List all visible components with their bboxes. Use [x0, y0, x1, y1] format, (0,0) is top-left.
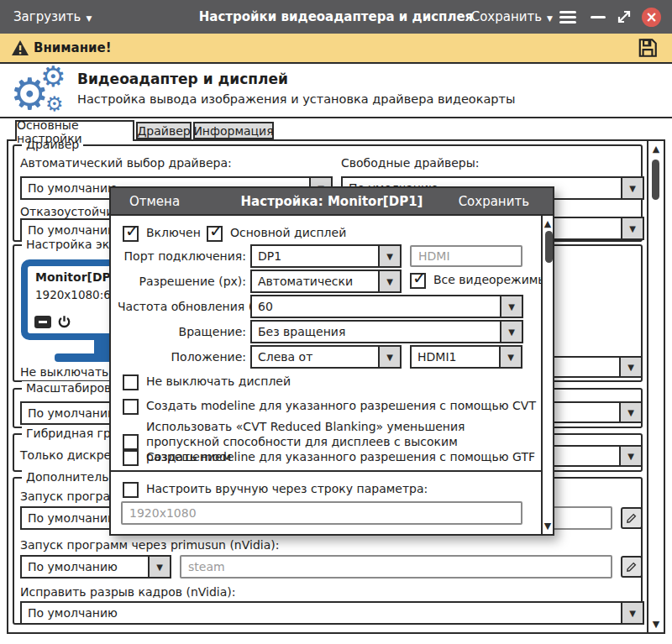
cvt-checkbox-row[interactable]: Создать modeline для указанного разрешен… — [123, 398, 536, 415]
caret-down-icon — [499, 347, 521, 367]
scroll-down-icon[interactable] — [648, 619, 664, 630]
save-menu-label: Сохранить — [471, 9, 542, 24]
manual-param-input[interactable] — [121, 501, 522, 525]
run2-value: По умолчанию — [22, 560, 148, 573]
port-select[interactable]: DP1 — [250, 244, 402, 268]
all-modes-label: Все видеорежимы — [433, 272, 547, 287]
run2-select[interactable]: По умолчанию — [20, 555, 171, 579]
run2-label: Запуск программ через primusun (nVidia): — [20, 538, 279, 552]
page-title: Видеоадаптер и дисплей — [77, 71, 288, 87]
caret-down-icon — [621, 603, 643, 623]
caret-down-icon — [378, 271, 400, 291]
tab-driver[interactable]: Драйвер — [136, 122, 192, 139]
caret-down-icon — [148, 557, 170, 577]
position-value: Слева от — [252, 350, 378, 364]
save-button[interactable]: Сохранить — [459, 188, 529, 214]
cancel-button[interactable]: Отмена — [129, 188, 180, 214]
scrollbar-thumb[interactable] — [545, 231, 553, 263]
chevron-down-icon — [547, 9, 553, 24]
scroll-up-icon[interactable] — [543, 218, 553, 229]
maximize-icon[interactable] — [616, 8, 633, 25]
all-modes-checkbox[interactable] — [410, 273, 426, 289]
power-icon[interactable] — [57, 315, 71, 329]
caret-down-icon — [621, 178, 643, 198]
position-select[interactable]: Слева от — [250, 345, 402, 369]
warning-triangle-icon — [11, 39, 29, 56]
dialog-header: Отмена Настройка: Monitor[DP1] Сохранить — [111, 188, 553, 216]
tab-main-settings[interactable]: Основные настройки — [15, 120, 134, 141]
save-file-icon[interactable] — [637, 37, 659, 59]
port-label: Порт подключения: — [118, 249, 246, 263]
no-blank-checkbox[interactable] — [123, 374, 139, 390]
primary-display-label: Основной дисплей — [230, 225, 346, 240]
enabled-checkbox[interactable] — [123, 226, 139, 242]
titlebar: Загрузить Настройки видеоадаптера и дисп… — [0, 0, 672, 34]
vsync-value: По умолчанию — [22, 606, 621, 620]
pencil-icon — [626, 512, 638, 524]
manual-checkbox-row[interactable]: Настроить вручную через строку параметра… — [123, 481, 428, 498]
cvt-label: Создать modeline для указанного разрешен… — [146, 398, 536, 413]
caret-down-icon — [378, 347, 400, 367]
tab-label: Информация — [193, 124, 273, 138]
scroll-up-icon[interactable] — [648, 144, 664, 154]
free-drivers-label: Свободные драйверы: — [341, 156, 480, 170]
enabled-label: Включен — [146, 225, 201, 240]
manual-label: Настроить вручную через строку параметра… — [146, 481, 428, 496]
edit-button[interactable] — [621, 556, 643, 578]
pencil-icon — [626, 561, 638, 573]
no-blank-checkbox-row[interactable]: Не выключать дисплей — [123, 374, 291, 390]
resolution-value: Автоматически — [252, 275, 378, 288]
enabled-checkbox-row[interactable]: Включен — [123, 225, 201, 242]
cvt-rb-checkbox[interactable] — [123, 434, 139, 450]
edit-button[interactable] — [621, 507, 643, 529]
primary-display-checkbox[interactable] — [207, 226, 223, 242]
caret-down-icon — [500, 296, 522, 317]
minimize-icon[interactable] — [591, 16, 606, 18]
gears-logo — [10, 67, 76, 118]
refresh-rate-select[interactable]: 60 — [250, 295, 523, 318]
tab-information[interactable]: Информация — [193, 122, 274, 139]
load-menu-button[interactable]: Загрузить — [13, 0, 92, 34]
auto-driver-label: Автоматический выбор драйвера: — [20, 156, 232, 170]
vsync-select[interactable]: По умолчанию — [20, 601, 644, 625]
primary-display-checkbox-row[interactable]: Основной дисплей — [207, 225, 346, 242]
main-scrollbar[interactable] — [647, 141, 664, 632]
close-icon[interactable] — [642, 8, 661, 27]
caret-down-icon — [378, 246, 400, 266]
run2-input[interactable] — [180, 555, 612, 579]
chevron-down-icon — [86, 9, 92, 24]
all-modes-checkbox-row[interactable]: Все видеорежимы — [410, 272, 547, 289]
tab-label: Драйвер — [137, 124, 190, 138]
rotation-value: Без вращения — [252, 325, 500, 338]
tab-label: Основные настройки — [17, 118, 133, 145]
rotation-select[interactable]: Без вращения — [250, 320, 523, 343]
port-custom-input[interactable] — [410, 245, 522, 267]
gtf-checkbox[interactable] — [123, 450, 139, 466]
window-title: Настройки видеоадаптера и дисплея — [0, 0, 672, 34]
rotation-label: Вращение: — [118, 325, 246, 338]
minus-button[interactable] — [34, 316, 51, 328]
gtf-checkbox-row[interactable]: Создать modeline для указанного разрешен… — [123, 449, 535, 466]
resolution-label: Разрешение (px): — [118, 275, 246, 288]
save-menu-button[interactable]: Сохранить — [471, 0, 553, 34]
vsync-label: Исправить разрыв кадров (nVidia): — [20, 585, 235, 599]
position-target-select[interactable]: HDMI1 — [410, 345, 522, 369]
port-value: DP1 — [252, 249, 378, 263]
gtf-label: Создать modeline для указанного разрешен… — [146, 449, 535, 464]
dialog-scrollbar[interactable] — [541, 216, 553, 534]
hamburger-menu-icon[interactable] — [559, 11, 576, 13]
video-settings-window: Загрузить Настройки видеоадаптера и дисп… — [0, 0, 672, 644]
scrollbar-thumb[interactable] — [652, 160, 659, 200]
dialog-divider — [111, 470, 553, 472]
manual-checkbox[interactable] — [123, 482, 139, 498]
position-target-value: HDMI1 — [412, 350, 499, 364]
scroll-down-icon[interactable] — [543, 521, 553, 531]
warning-text: Внимание! — [34, 40, 112, 55]
warning-bar: Внимание! — [0, 34, 672, 64]
gear-icon — [45, 94, 64, 114]
monitor-settings-dialog: Отмена Настройка: Monitor[DP1] Сохранить… — [109, 186, 554, 536]
refresh-rate-value: 60 — [252, 300, 500, 313]
caret-down-icon — [619, 447, 641, 465]
cvt-checkbox[interactable] — [123, 399, 139, 415]
resolution-select[interactable]: Автоматически — [250, 270, 402, 293]
